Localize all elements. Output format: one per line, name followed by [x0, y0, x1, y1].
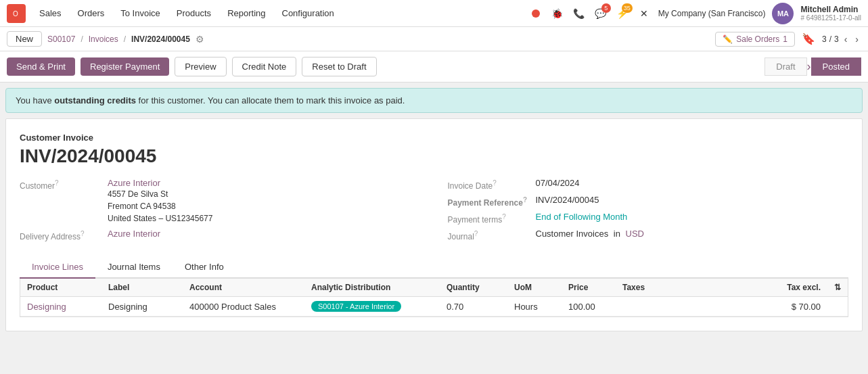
col-header-account: Account — [189, 283, 311, 292]
journal-currency[interactable]: USD — [626, 229, 644, 239]
customer-link[interactable]: Azure Interior — [108, 178, 160, 188]
nav-reporting[interactable]: Reporting — [225, 7, 268, 20]
col-header-taxes: Taxes — [622, 283, 677, 292]
journal-field: Journal? Customer Invoices in USD — [448, 229, 849, 241]
credit-note-button[interactable]: Credit Note — [232, 57, 297, 76]
address3: United States – US12345677 — [108, 214, 212, 223]
status-draft[interactable]: Draft — [764, 57, 806, 76]
tab-invoice-lines[interactable]: Invoice Lines — [20, 256, 95, 279]
svg-text:O: O — [13, 10, 18, 18]
invoice-date-value: 07/04/2024 — [536, 178, 580, 188]
form-col-left: Customer? Azure Interior 4557 De Silva S… — [20, 178, 421, 246]
breadcrumb-right: ✏️ Sale Orders 1 🔖 3 / 3 ‹ › — [715, 32, 861, 47]
avatar[interactable]: MA — [772, 3, 794, 24]
row-analytic: S00107 - Azure Interior — [311, 301, 447, 312]
tab-journal-items[interactable]: Journal Items — [95, 256, 173, 279]
alert-bold: outstanding credits — [54, 95, 136, 106]
red-dot-icon[interactable] — [528, 6, 543, 21]
payment-terms-field: Payment terms? End of Following Month — [448, 212, 849, 225]
table-header: Product Label Account Analytic Distribut… — [20, 279, 848, 297]
breadcrumb-current: INV/2024/00045 — [131, 34, 190, 44]
x-mark-icon[interactable]: ✕ — [637, 6, 652, 21]
row-product[interactable]: Designing — [27, 302, 108, 312]
top-nav: O Sales Orders To Invoice Products Repor… — [0, 0, 868, 27]
nav-configuration[interactable]: Configuration — [279, 7, 337, 20]
col-header-uom: UoM — [514, 283, 568, 292]
user-name: Mitchell Admin — [800, 5, 861, 14]
status-posted[interactable]: Posted — [811, 57, 861, 76]
form-section: Customer? Azure Interior 4557 De Silva S… — [20, 178, 848, 246]
col-header-settings[interactable]: ⇅ — [821, 283, 841, 292]
sale-orders-count: 1 — [783, 34, 787, 44]
svg-point-2 — [532, 9, 540, 18]
actions-bar: Send & Print Register Payment Preview Cr… — [0, 51, 868, 83]
tab-other-info[interactable]: Other Info — [173, 256, 236, 279]
breadcrumb-bar: New S00107 / Invoices / INV/2024/00045 ⚙… — [0, 27, 868, 51]
document-number: INV/2024/00045 — [20, 145, 848, 167]
alert-banner: You have outstanding credits for this cu… — [5, 88, 863, 113]
invoice-date-label: Invoice Date? — [448, 178, 536, 191]
breadcrumb-parent-invoices[interactable]: Invoices — [89, 34, 118, 44]
table-container: Product Label Account Analytic Distribut… — [20, 279, 848, 317]
journal-name: Customer Invoices — [536, 229, 609, 239]
gear-icon[interactable]: ⚙ — [196, 34, 204, 45]
nav-orders[interactable]: Orders — [75, 7, 108, 20]
send-print-button[interactable]: Send & Print — [7, 57, 75, 76]
row-price: 100.00 — [568, 302, 622, 312]
nav-sales[interactable]: Sales — [37, 7, 64, 20]
payment-terms-label: Payment terms? — [448, 212, 536, 225]
top-nav-right: 🐞 📞 💬5 ⚡35 ✕ My Company (San Francisco) … — [528, 3, 861, 24]
page-total: 3 — [834, 34, 839, 44]
status-bar: Draft › Posted — [764, 57, 861, 76]
user-info: Mitchell Admin # 64981251-17-0-all — [800, 5, 861, 22]
delivery-address-field: Delivery Address? Azure Interior — [20, 229, 421, 241]
bug-icon[interactable]: 🐞 — [550, 6, 565, 21]
sale-orders-label: Sale Orders — [736, 34, 779, 44]
customer-value: Azure Interior 4557 De Silva St Fremont … — [108, 178, 212, 225]
col-header-tax-excl: Tax excl. — [677, 283, 821, 292]
page-sep: / — [829, 34, 831, 44]
invoice-date-field: Invoice Date? 07/04/2024 — [448, 178, 849, 191]
row-quantity: 0.70 — [447, 302, 514, 312]
journal-label: Journal? — [448, 229, 536, 241]
next-page-button[interactable]: › — [852, 32, 861, 46]
user-id: # 64981251-17-0-all — [800, 14, 861, 22]
breadcrumb-sep2: / — [124, 34, 126, 44]
col-header-price: Price — [568, 283, 622, 292]
nav-toinvoice[interactable]: To Invoice — [118, 7, 163, 20]
delivery-value[interactable]: Azure Interior — [108, 229, 160, 239]
table-row: Designing Designing 400000 Product Sales… — [20, 297, 848, 317]
new-button[interactable]: New — [7, 31, 42, 47]
prev-page-button[interactable]: ‹ — [842, 32, 850, 46]
address2: Fremont CA 94538 — [108, 202, 176, 211]
delivery-label: Delivery Address? — [20, 229, 108, 241]
payment-ref-field: Payment Reference? INV/2024/00045 — [448, 195, 849, 208]
activity-icon[interactable]: ⚡35 — [615, 6, 630, 21]
row-label: Designing — [108, 302, 189, 312]
preview-button[interactable]: Preview — [175, 57, 226, 76]
chat-icon[interactable]: 💬5 — [593, 6, 608, 21]
col-header-quantity: Quantity — [447, 283, 514, 292]
breadcrumb-sep1: / — [81, 34, 83, 44]
breadcrumb-parent-s00107[interactable]: S00107 — [47, 34, 75, 44]
main-content: Customer Invoice INV/2024/00045 Customer… — [5, 118, 863, 331]
address1: 4557 De Silva St — [108, 189, 168, 199]
page-current: 3 — [822, 34, 827, 44]
customer-field: Customer? Azure Interior 4557 De Silva S… — [20, 178, 421, 225]
reset-to-draft-button[interactable]: Reset to Draft — [302, 57, 376, 76]
logo[interactable]: O — [7, 4, 26, 23]
form-col-right: Invoice Date? 07/04/2024 Payment Referen… — [448, 178, 849, 246]
document-type: Customer Invoice — [20, 133, 848, 143]
phone-icon[interactable]: 📞 — [572, 6, 587, 21]
row-uom: Hours — [514, 302, 568, 312]
pagination: 3 / 3 ‹ › — [822, 32, 861, 46]
nav-products[interactable]: Products — [174, 7, 214, 20]
payment-terms-value[interactable]: End of Following Month — [536, 212, 628, 222]
register-payment-button[interactable]: Register Payment — [81, 57, 169, 76]
payment-ref-label: Payment Reference? — [448, 195, 536, 208]
alert-suffix: for this customer. You can allocate them… — [136, 95, 405, 106]
journal-value: Customer Invoices in USD — [536, 229, 644, 239]
row-tax-excl: $ 70.00 — [677, 302, 821, 312]
bookmark-icon[interactable]: 🔖 — [802, 32, 815, 45]
sale-orders-button[interactable]: ✏️ Sale Orders 1 — [715, 32, 795, 47]
